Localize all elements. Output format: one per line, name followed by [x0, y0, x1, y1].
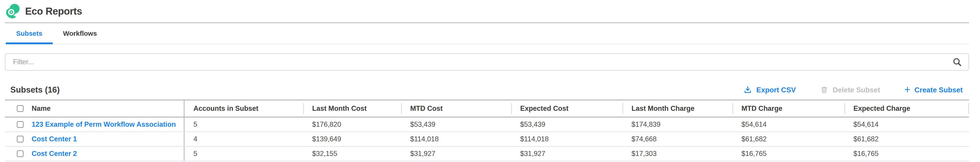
last-month-charge-cell: $17,303: [622, 147, 732, 160]
accounts-cell: 4: [185, 132, 303, 146]
accounts-cell: 5: [185, 117, 303, 132]
create-subset-button[interactable]: + Create Subset: [904, 85, 963, 95]
plus-icon: +: [904, 84, 910, 95]
column-header-accounts: Accounts in Subset: [185, 100, 303, 117]
mtd-charge-cell: $54,614: [732, 117, 845, 132]
mtd-charge-cell: $61,682: [732, 132, 845, 146]
row-checkbox[interactable]: [17, 136, 24, 143]
column-header-last-month-charge: Last Month Charge: [622, 100, 732, 117]
subset-link[interactable]: Cost Center 2: [32, 150, 77, 158]
last-month-cost-cell: $139,649: [303, 132, 401, 146]
trash-icon: [820, 86, 829, 94]
search-icon: [952, 57, 962, 67]
last-month-cost-cell: $176,820: [303, 117, 401, 132]
mtd-cost-cell: $114,018: [401, 132, 511, 146]
export-csv-label: Export CSV: [756, 86, 796, 94]
mtd-charge-cell: $16,765: [732, 147, 845, 160]
subset-link[interactable]: 123 Example of Perm Workflow Association: [32, 120, 176, 128]
eco-logo-icon: [5, 3, 20, 19]
subset-link[interactable]: Cost Center 1: [32, 135, 77, 143]
column-header-mtd-charge: MTD Charge: [732, 100, 845, 117]
download-icon: [743, 85, 752, 95]
eco-reports-page: Eco Reports Subsets Workflows Subsets (1…: [0, 0, 980, 162]
create-subset-label: Create Subset: [915, 86, 963, 94]
last-month-cost-cell: $32,155: [303, 147, 401, 160]
tab-subsets-label: Subsets: [16, 30, 42, 37]
section-header: Subsets (16) Export CSV Delete Subset + …: [5, 81, 969, 99]
page-title: Eco Reports: [25, 6, 82, 17]
mtd-cost-cell: $53,439: [401, 117, 511, 132]
mtd-cost-cell: $31,927: [401, 147, 511, 160]
name-cell: Cost Center 1: [5, 132, 185, 146]
delete-subset-button[interactable]: Delete Subset: [820, 86, 880, 94]
last-month-charge-cell: $174,839: [622, 117, 732, 132]
table-row: Cost Center 1 4 $139,649 $114,018 $114,0…: [5, 132, 969, 147]
expected-charge-cell: $16,765: [845, 147, 969, 160]
tab-subsets[interactable]: Subsets: [6, 23, 53, 44]
table-header-row: Name Accounts in Subset Last Month Cost …: [5, 99, 969, 117]
row-checkbox[interactable]: [17, 150, 24, 157]
subsets-table: Name Accounts in Subset Last Month Cost …: [5, 99, 969, 161]
export-csv-button[interactable]: Export CSV: [743, 85, 796, 95]
column-header-expected-charge: Expected Charge: [845, 100, 969, 117]
column-header-name: Name: [5, 100, 185, 117]
last-month-charge-cell: $74,668: [622, 132, 732, 146]
expected-cost-cell: $114,018: [511, 132, 622, 146]
row-checkbox[interactable]: [17, 121, 24, 128]
column-header-mtd-cost: MTD Cost: [401, 100, 511, 117]
column-header-last-month-cost: Last Month Cost: [303, 100, 401, 117]
tab-workflows-label: Workflows: [63, 30, 97, 37]
name-cell: 123 Example of Perm Workflow Association: [5, 117, 185, 132]
delete-subset-label: Delete Subset: [832, 86, 880, 94]
table-actions: Export CSV Delete Subset + Create Subset: [743, 85, 969, 95]
expected-charge-cell: $61,682: [845, 132, 969, 146]
app-header: Eco Reports: [5, 0, 82, 22]
expected-charge-cell: $54,614: [845, 117, 969, 132]
tab-workflows[interactable]: Workflows: [53, 23, 107, 44]
section-heading: Subsets (16): [5, 85, 60, 95]
column-header-name-label: Name: [32, 104, 51, 112]
expected-cost-cell: $31,927: [511, 147, 622, 160]
expected-cost-cell: $53,439: [511, 117, 622, 132]
table-row: 123 Example of Perm Workflow Association…: [5, 117, 969, 132]
table-row: Cost Center 2 5 $32,155 $31,927 $31,927 …: [5, 147, 969, 161]
filter-bar: [5, 53, 969, 71]
tab-bar: Subsets Workflows: [5, 22, 969, 44]
name-cell: Cost Center 2: [5, 147, 185, 160]
accounts-cell: 5: [185, 147, 303, 160]
filter-input[interactable]: [5, 53, 969, 71]
select-all-checkbox[interactable]: [17, 105, 24, 112]
column-header-expected-cost: Expected Cost: [511, 100, 622, 117]
